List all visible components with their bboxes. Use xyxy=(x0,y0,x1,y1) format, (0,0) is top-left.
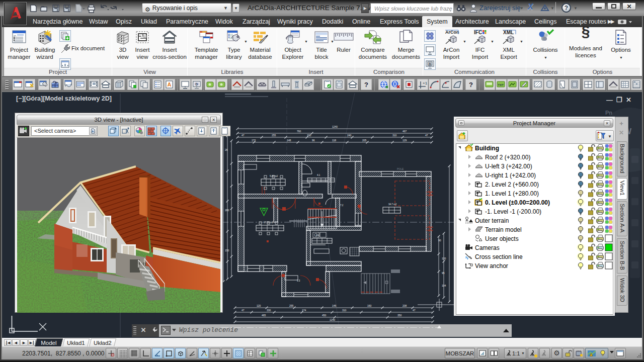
svg-text:450: 450 xyxy=(322,314,327,317)
svg-text:A: A xyxy=(168,81,172,87)
svg-text:POLE: POLE xyxy=(397,167,404,170)
svg-text:XML: XML xyxy=(503,30,514,35)
svg-text:160: 160 xyxy=(367,304,372,307)
svg-text:47: 47 xyxy=(242,309,245,312)
svg-text:172: 172 xyxy=(252,139,256,142)
svg-text:330: 330 xyxy=(267,309,271,312)
svg-text:95: 95 xyxy=(442,272,445,275)
svg-text:129: 129 xyxy=(403,139,407,142)
svg-text:96: 96 xyxy=(312,139,315,142)
svg-text:118: 118 xyxy=(332,139,336,142)
svg-text:47: 47 xyxy=(425,134,428,137)
svg-text:465: 465 xyxy=(262,314,266,317)
svg-text:255: 255 xyxy=(289,304,294,307)
svg-text:+1: +1 xyxy=(423,81,428,85)
svg-text:205: 205 xyxy=(362,139,367,142)
svg-text:148: 148 xyxy=(287,139,291,142)
svg-text:1240: 1240 xyxy=(332,125,338,128)
svg-text:?: ? xyxy=(364,81,368,88)
svg-text:146: 146 xyxy=(332,304,337,307)
svg-text:Pn: Pn xyxy=(605,110,612,116)
svg-text:150: 150 xyxy=(225,249,229,252)
svg-text:3.3: 3.3 xyxy=(297,280,300,282)
svg-text:7.2: 7.2 xyxy=(340,204,344,207)
svg-text:190: 190 xyxy=(307,134,311,137)
svg-text:760: 760 xyxy=(297,130,301,133)
svg-text:104: 104 xyxy=(442,284,446,287)
svg-text:?: ? xyxy=(469,81,473,88)
svg-text:120: 120 xyxy=(257,304,261,307)
svg-text:D: D xyxy=(429,62,431,66)
svg-text:174: 174 xyxy=(302,309,306,312)
svg-text:280: 280 xyxy=(225,209,229,212)
svg-text:90: 90 xyxy=(438,239,441,242)
svg-text:IFC: IFC xyxy=(474,30,482,35)
svg-text:255: 255 xyxy=(272,134,276,137)
svg-text:208: 208 xyxy=(403,304,407,307)
svg-text:4.1: 4.1 xyxy=(317,174,320,176)
svg-text:350: 350 xyxy=(397,314,402,317)
svg-text:240: 240 xyxy=(347,134,352,137)
svg-text:47: 47 xyxy=(413,309,416,312)
svg-text:120: 120 xyxy=(442,257,446,260)
svg-text:34.7 m2: 34.7 m2 xyxy=(388,203,397,206)
svg-text:D: D xyxy=(196,82,198,86)
svg-text:1240: 1240 xyxy=(330,318,335,321)
svg-text:TXT: TXT xyxy=(498,83,504,86)
svg-text:310: 310 xyxy=(392,134,397,137)
svg-text:47: 47 xyxy=(242,134,245,137)
svg-text:26: 26 xyxy=(225,148,228,151)
svg-text:310: 310 xyxy=(342,309,347,312)
svg-text:467: 467 xyxy=(403,130,407,133)
